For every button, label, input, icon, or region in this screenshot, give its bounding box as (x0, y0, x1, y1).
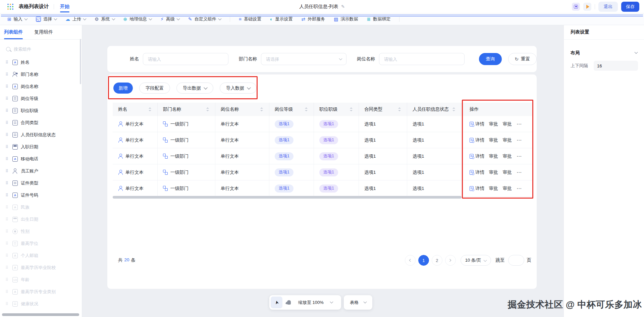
component-item[interactable]: ⠿ 证件号码 (0, 189, 82, 201)
approve-link[interactable]: 审批 (489, 186, 498, 192)
exit-button[interactable]: 退出 (598, 2, 618, 12)
page-button[interactable]: 2 (432, 255, 442, 266)
jump-page-input[interactable] (508, 255, 524, 266)
filter-field-input[interactable] (379, 53, 465, 65)
ribbon-dropdown[interactable]: ⊕ 地理信息 (123, 16, 152, 22)
table-header-cell[interactable]: 姓名 (113, 103, 158, 116)
drag-handle-icon[interactable]: ⠿ (5, 205, 9, 209)
view-mode-select[interactable]: 表格 (344, 295, 372, 310)
approve-link[interactable]: 审批 (489, 121, 498, 127)
sidebar-tab[interactable]: 列表组件 (4, 25, 23, 39)
component-item[interactable]: ⠿ 最高学历专业类别 (0, 286, 82, 298)
approve-link[interactable]: 审批 (489, 137, 498, 143)
component-item[interactable]: ⠿ 部门名称 (0, 68, 82, 81)
component-item[interactable]: ⠿ 健康状况 (0, 298, 82, 310)
sidebar-tab[interactable]: 复用组件 (34, 25, 53, 39)
approve-link[interactable]: 审批 (503, 186, 512, 192)
approve-link[interactable]: 审批 (489, 153, 498, 159)
spacing-input[interactable] (594, 61, 638, 71)
component-item[interactable]: ⠿ 入职日期 (0, 141, 82, 153)
ribbon-button[interactable]: ⇄ 外部服务 (301, 16, 325, 22)
approve-link[interactable]: 审批 (503, 137, 512, 143)
sidebar-vertical-scrollbar[interactable] (80, 39, 81, 84)
table-header-cell[interactable]: 操作 (462, 103, 533, 116)
more-actions-icon[interactable]: ⋯ (517, 169, 522, 175)
component-item[interactable]: ⠿ 姓名 (0, 56, 82, 68)
detail-link[interactable]: 详情 (470, 169, 484, 175)
table-header-cell[interactable]: 合同类型 (359, 103, 407, 116)
ribbon-dropdown[interactable]: ✎ 自定义组件 (188, 16, 221, 22)
more-actions-icon[interactable]: ⋯ (517, 137, 522, 143)
drag-handle-icon[interactable]: ⠿ (5, 109, 9, 113)
table-header-cell[interactable]: 人员任职信息状态 (407, 103, 462, 116)
approve-link[interactable]: 审批 (503, 153, 512, 159)
preview-button[interactable] (583, 3, 591, 11)
table-header-cell[interactable]: 职位职级 (314, 103, 359, 116)
component-item[interactable]: ⠿ 人员任职信息状态 (0, 129, 82, 141)
sort-icon[interactable] (398, 107, 401, 112)
ribbon-dropdown[interactable]: ☁ 上传 (65, 16, 86, 22)
drag-handle-icon[interactable]: ⠿ (5, 290, 9, 294)
component-item[interactable]: ⠿ 最高学位 (0, 237, 82, 250)
ribbon-button[interactable]: ≡ 基础设置 (239, 16, 261, 22)
table-horizontal-scrollbar[interactable] (113, 196, 462, 199)
app-logo-icon[interactable] (7, 4, 9, 5)
edit-title-icon[interactable]: ✎ (341, 4, 345, 9)
ribbon-button[interactable]: ▨ 演示数据 (334, 16, 358, 22)
filter-input[interactable] (148, 57, 223, 62)
ribbon-dropdown[interactable]: ⚙ 系统 (95, 16, 115, 22)
detail-link[interactable]: 详情 (470, 186, 484, 192)
detail-link[interactable]: 详情 (470, 153, 484, 159)
drag-handle-icon[interactable]: ⠿ (5, 133, 9, 137)
ribbon-dropdown[interactable]: ◱ 选择 (36, 16, 57, 22)
drag-handle-icon[interactable]: ⠿ (5, 302, 9, 306)
more-actions-icon[interactable]: ⋯ (517, 186, 522, 192)
detail-link[interactable]: 详情 (470, 121, 484, 127)
drag-handle-icon[interactable]: ⠿ (5, 97, 9, 101)
drag-handle-icon[interactable]: ⠿ (5, 169, 9, 173)
drag-handle-icon[interactable]: ⠿ (5, 145, 9, 149)
sort-icon[interactable] (260, 107, 263, 112)
component-item[interactable]: ⠿ 民族 (0, 201, 82, 213)
tab-start[interactable]: 开始 (59, 0, 71, 13)
drag-handle-icon[interactable]: ⠿ (5, 157, 9, 161)
drag-handle-icon[interactable]: ⠿ (5, 242, 9, 246)
more-actions-icon[interactable]: ⋯ (517, 121, 522, 127)
fit-view-button[interactable] (572, 3, 580, 11)
component-item[interactable]: ⠿ 员工账户 (0, 165, 82, 177)
drag-handle-icon[interactable]: ⠿ (5, 266, 9, 270)
drag-handle-icon[interactable]: ⠿ (5, 60, 9, 64)
page-size-select[interactable]: 10 条/页 (461, 255, 491, 266)
field-config-button[interactable]: 字段配置 (139, 83, 170, 94)
drag-handle-icon[interactable]: ⠿ (5, 85, 9, 89)
filter-input[interactable] (384, 57, 460, 62)
component-item[interactable]: ⠿ 出生日期 (0, 213, 82, 225)
zoom-level-select[interactable]: 缩放至 100% (298, 300, 324, 306)
layout-section-header[interactable]: 布局 (564, 47, 644, 59)
drag-handle-icon[interactable]: ⠿ (5, 217, 9, 221)
component-item[interactable]: ⠿ 职位职级 (0, 105, 82, 117)
drag-handle-icon[interactable]: ⠿ (5, 193, 9, 197)
component-item[interactable]: ⠿ 岗位名称 (0, 81, 82, 93)
filter-input[interactable] (266, 57, 341, 62)
filter-field-input[interactable] (143, 53, 228, 65)
ribbon-button[interactable]: ≣ 数据绑定 (367, 16, 390, 22)
approve-link[interactable]: 审批 (503, 169, 512, 175)
drag-handle-icon[interactable]: ⠿ (5, 229, 9, 233)
table-header-cell[interactable]: 部门名称 (158, 103, 215, 116)
component-item[interactable]: ⠿ 移动电话 (0, 153, 82, 165)
component-item[interactable]: ⠿ 年龄 (0, 274, 82, 286)
query-button[interactable]: 查询 (479, 53, 502, 65)
ribbon-dropdown[interactable]: ⚡ 高级 (160, 16, 179, 22)
prev-page-button[interactable] (405, 255, 416, 266)
component-search-input[interactable] (14, 47, 64, 52)
table-header-cell[interactable]: 岗位等级 (269, 103, 314, 116)
drag-handle-icon[interactable]: ⠿ (5, 72, 9, 76)
hand-tool-icon[interactable] (287, 300, 291, 305)
sort-icon[interactable] (206, 107, 209, 112)
reset-button[interactable]: ↻ 重置 (508, 53, 537, 65)
sort-icon[interactable] (305, 107, 308, 112)
page-button[interactable]: 1 (418, 255, 429, 266)
table-header-cell[interactable]: 岗位名称 (215, 103, 269, 116)
sort-icon[interactable] (452, 107, 455, 112)
